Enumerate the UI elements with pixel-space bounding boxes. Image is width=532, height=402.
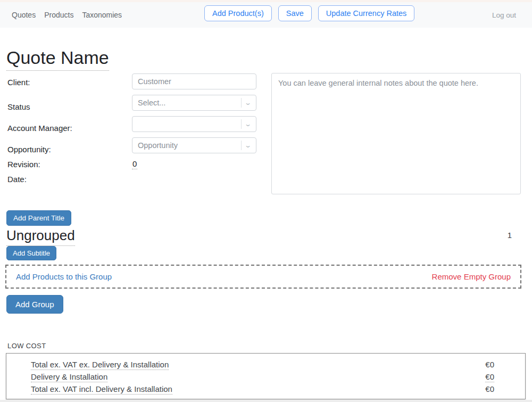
totals-section-label: LOW COST <box>7 342 46 350</box>
nav-actions: Add Product(s) Save Update Currency Rate… <box>204 5 414 21</box>
remove-empty-group-link[interactable]: Remove Empty Group <box>432 272 511 281</box>
totals-row: Total ex. VAT ex. Delivery & Installatio… <box>31 360 494 372</box>
account-manager-select[interactable]: ⌄ <box>132 116 256 132</box>
total-ex-vat-incl-di-value: €0 <box>485 384 494 394</box>
nav-link-products[interactable]: Products <box>44 11 73 19</box>
client-label: Client: <box>7 78 30 87</box>
nav-link-taxonomies[interactable]: Taxonomies <box>82 11 122 19</box>
chevron-down-icon: ⌄ <box>244 99 252 106</box>
delivery-installation-label[interactable]: Delivery & Installation <box>31 372 107 382</box>
opportunity-select-value: Opportunity <box>138 141 241 150</box>
chevron-down-icon: ⌄ <box>244 142 252 149</box>
opportunity-label: Opportunity: <box>7 145 51 154</box>
total-ex-vat-incl-di-label[interactable]: Total ex. VAT incl. Delivery & Installat… <box>31 384 172 395</box>
page-bottom-band <box>0 400 532 402</box>
nav-link-quotes[interactable]: Quotes <box>12 11 36 19</box>
chevron-down-icon: ⌄ <box>244 120 252 128</box>
opportunity-select[interactable]: Opportunity ⌄ <box>132 137 256 153</box>
select-divider <box>241 119 242 129</box>
select-divider <box>241 141 242 150</box>
navbar: Quotes Products Taxonomies Add Product(s… <box>0 2 532 28</box>
status-label: Status <box>7 102 30 111</box>
add-subtitle-button[interactable]: Add Subtitle <box>6 246 56 260</box>
totals-row: Delivery & Installation €0 <box>31 372 494 384</box>
add-products-button[interactable]: Add Product(s) <box>204 5 272 21</box>
logout-link[interactable]: Log out <box>492 11 516 19</box>
revision-editable-value[interactable]: 0 <box>132 159 137 169</box>
empty-group-dropzone: Add Products to this Group Remove Empty … <box>5 265 521 289</box>
totals-row: Total ex. VAT incl. Delivery & Installat… <box>31 384 494 397</box>
group-count: 1 <box>508 231 512 240</box>
group-name-editable-title[interactable]: Ungrouped <box>6 227 75 246</box>
select-divider <box>241 98 242 108</box>
internal-notes-textarea[interactable] <box>271 73 521 194</box>
quote-editor-page: Quotes Products Taxonomies Add Product(s… <box>0 0 532 402</box>
delivery-installation-value[interactable]: €0 <box>485 372 494 382</box>
client-input[interactable] <box>132 73 256 89</box>
date-label: Date: <box>7 175 27 184</box>
total-ex-vat-ex-di-label[interactable]: Total ex. VAT ex. Delivery & Installatio… <box>31 360 169 370</box>
add-group-button[interactable]: Add Group <box>6 295 63 314</box>
totals-box: Total ex. VAT ex. Delivery & Installatio… <box>6 353 526 399</box>
update-currency-rates-button[interactable]: Update Currency Rates <box>318 5 415 21</box>
total-ex-vat-ex-di-value: €0 <box>485 360 494 370</box>
nav-links: Quotes Products Taxonomies <box>12 11 122 19</box>
status-select-value: Select... <box>138 99 241 107</box>
account-manager-label: Account Manager: <box>7 124 72 133</box>
quote-name-editable-title[interactable]: Quote Name <box>6 48 109 71</box>
status-select[interactable]: Select... ⌄ <box>132 95 256 111</box>
revision-label: Revision: <box>7 160 40 169</box>
save-button[interactable]: Save <box>278 5 312 21</box>
add-parent-title-button[interactable]: Add Parent Title <box>6 210 71 226</box>
add-products-to-group-link[interactable]: Add Products to this Group <box>16 272 112 281</box>
